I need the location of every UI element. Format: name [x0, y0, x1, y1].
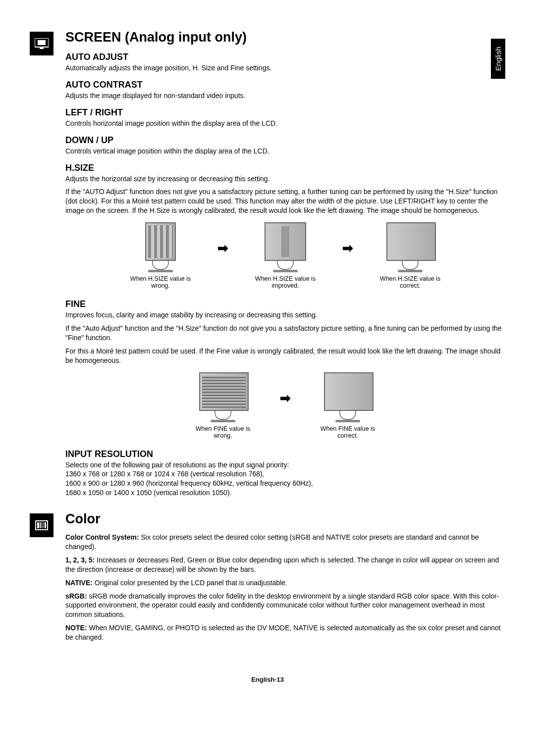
svg-rect-2: [40, 47, 44, 49]
hsize-heading: H.SIZE: [65, 163, 505, 173]
arrow-icon: ➡: [280, 391, 291, 406]
screen-icon: [30, 32, 54, 55]
svg-rect-5: [40, 522, 42, 528]
down-up-heading: DOWN / UP: [65, 135, 505, 146]
hsize-caption-improved: When H.SIZE value is improved.: [248, 275, 322, 289]
color-srgb: sRGB: sRGB mode dramatically improves th…: [65, 592, 505, 620]
auto-contrast-body: Adjusts the image displayed for non-stan…: [65, 91, 505, 101]
fine-illustration: When FINE value is wrong. ➡ When FINE va…: [65, 372, 505, 439]
screen-title: SCREEN (Analog input only): [65, 30, 505, 45]
language-tab: English: [491, 39, 505, 79]
fine-body3: For this a Moiré test pattern could be u…: [65, 347, 505, 365]
input-resolution-line4: 1680 x 1050 or 1400 x 1050 (vertical res…: [65, 488, 505, 498]
fine-caption-wrong: When FINE value is wrong.: [186, 425, 260, 439]
monitor-improved-icon: [265, 222, 306, 261]
svg-rect-6: [42, 522, 44, 528]
hsize-body2: If the "AUTO Adjust" function does not g…: [65, 187, 505, 215]
auto-adjust-heading: AUTO ADJUST: [65, 52, 505, 62]
hsize-body1: Adjusts the horizontal size by increasin…: [65, 174, 505, 184]
left-right-body: Controls horizontal image position withi…: [65, 119, 505, 128]
input-resolution-heading: INPUT RESOLUTION: [65, 449, 505, 459]
arrow-icon: ➡: [342, 241, 353, 256]
color-note: NOTE: When MOVIE, GAMING, or PHOTO is se…: [65, 623, 505, 642]
svg-rect-4: [37, 522, 39, 528]
color-nums: 1, 2, 3, 5: Increases or decreases Red, …: [65, 555, 505, 574]
monitor-correct-icon: [386, 222, 436, 261]
hsize-illustration: When H.SIZE value is wrong. ➡ When H.SIZ…: [65, 222, 505, 289]
color-icon: [30, 513, 54, 537]
fine-body1: Improves focus, clarity and image stabil…: [65, 310, 505, 320]
svg-rect-7: [45, 522, 46, 528]
color-title: Color: [65, 511, 505, 527]
monitor-wrong-icon: [145, 222, 176, 261]
auto-adjust-body: Automatically adjusts the image position…: [65, 63, 505, 73]
arrow-icon: ➡: [217, 241, 228, 256]
auto-contrast-heading: AUTO CONTRAST: [65, 80, 505, 90]
input-resolution-line3: 1600 x 900 or 1280 x 960 (horizontal fre…: [65, 479, 505, 488]
fine-body2: If the "Auto Adjust" function and the "H…: [65, 324, 505, 343]
color-native: NATIVE: Original color presented by the …: [65, 578, 505, 588]
color-ccs: Color Control System: Six color presets …: [65, 533, 505, 552]
input-resolution-line2: 1360 x 768 or 1280 x 768 or 1024 x 768 (…: [65, 469, 505, 479]
down-up-body: Controls vertical image position within …: [65, 147, 505, 156]
monitor-fine-wrong-icon: [199, 372, 249, 411]
input-resolution-line1: Selects one of the following pair of res…: [65, 460, 505, 470]
monitor-fine-correct-icon: [324, 372, 374, 411]
hsize-caption-correct: When H.SIZE value is correct.: [373, 275, 447, 289]
page-footer: English-13: [30, 676, 505, 683]
left-right-heading: LEFT / RIGHT: [65, 107, 505, 118]
svg-rect-1: [38, 40, 46, 45]
hsize-caption-wrong: When H.SIZE value is wrong.: [123, 275, 198, 289]
fine-caption-correct: When FINE value is correct.: [311, 425, 385, 439]
fine-heading: FINE: [65, 299, 505, 309]
